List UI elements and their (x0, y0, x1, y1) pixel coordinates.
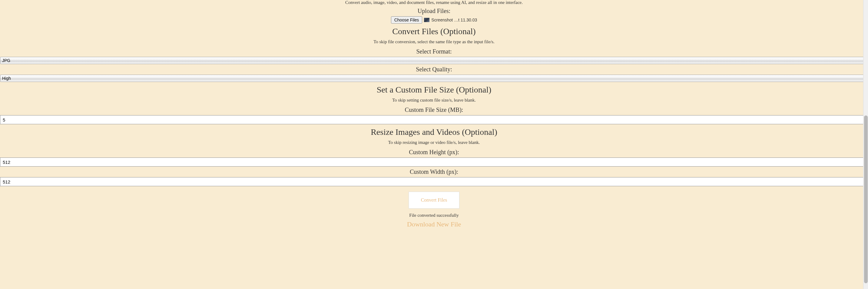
height-input[interactable] (0, 157, 868, 167)
height-label: Custom Height (px): (0, 149, 868, 156)
uploaded-filename: Screenshot …t 11.30.03 (431, 17, 477, 22)
resize-section-title: Resize Images and Videos (Optional) (0, 127, 868, 137)
convert-section-title: Convert Files (Optional) (0, 27, 868, 36)
choose-files-button[interactable]: Choose Files (391, 16, 423, 24)
quality-select[interactable]: High (0, 75, 868, 82)
file-upload-row: Choose Files Screenshot …t 11.30.03 (0, 16, 868, 24)
convert-button[interactable]: Convert Files (408, 192, 460, 209)
file-thumbnail-icon (424, 18, 430, 22)
format-select[interactable]: JPG (0, 57, 868, 64)
width-input[interactable] (0, 177, 868, 186)
custom-size-section-title: Set a Custom File Size (Optional) (0, 85, 868, 95)
custom-size-label: Custom File Size (MB): (0, 106, 868, 113)
format-label: Select Format: (0, 48, 868, 55)
custom-size-input[interactable] (0, 115, 868, 124)
height-input-container: ▲▼ (0, 157, 868, 167)
width-input-container: ▲▼ (0, 177, 868, 186)
quality-select-container: High ▲▼ (0, 75, 868, 82)
scrollbar-thumb[interactable] (864, 115, 868, 229)
format-select-container: JPG ▲▼ (0, 57, 868, 64)
scrollbar[interactable] (863, 0, 868, 229)
convert-hint: To skip file conversion, select the same… (0, 39, 868, 44)
upload-label: Upload Files: (0, 7, 868, 14)
custom-size-input-container: ▲▼ (0, 115, 868, 124)
resize-hint: To skip resizing image or video file/s, … (0, 140, 868, 145)
intro-text: Convert audio, image, video, and documen… (0, 0, 868, 5)
status-message: File converted successfully (0, 213, 868, 218)
custom-size-hint: To skip setting custom file size/s, leav… (0, 98, 868, 103)
download-link[interactable]: Download New File (407, 220, 461, 228)
width-label: Custom Width (px): (0, 168, 868, 175)
quality-label: Select Quality: (0, 66, 868, 73)
